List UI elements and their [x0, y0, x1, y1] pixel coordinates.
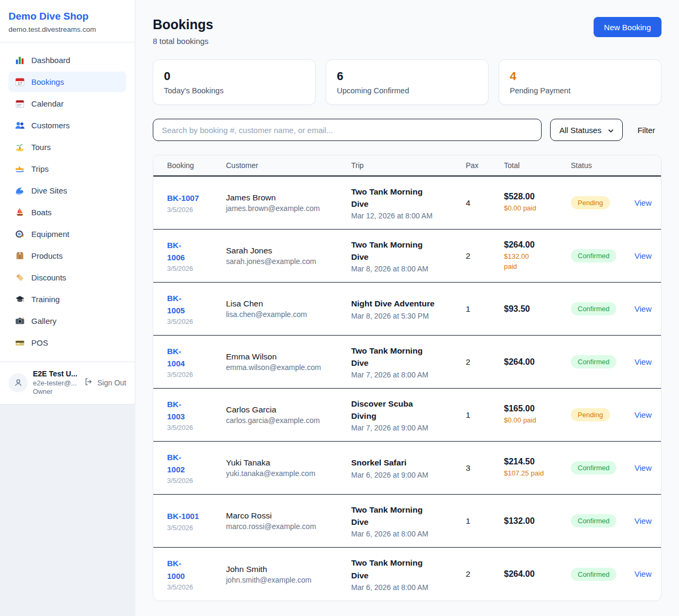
shop-name: Demo Dive Shop — [8, 11, 126, 22]
booking-number-link[interactable]: BK- 1004 — [167, 345, 185, 370]
table-row: BK- 1000 3/5/2026 John Smith john.smith@… — [153, 548, 661, 601]
page-header: Bookings 8 total bookings New Booking — [153, 17, 661, 46]
package-icon — [15, 251, 25, 261]
filter-button[interactable]: Filter — [631, 126, 661, 135]
booking-cell: BK- 1006 3/5/2026 — [167, 239, 226, 273]
view-link[interactable]: View — [634, 357, 651, 366]
sidebar-item-training[interactable]: Training — [8, 289, 126, 310]
customer-cell: Carlos Garcia carlos.garcia@example.com — [226, 405, 351, 425]
trip-name: Snorkel Safari — [351, 456, 439, 469]
calendar-icon — [15, 99, 25, 109]
sidebar-item-dashboard[interactable]: Dashboard — [8, 50, 126, 71]
trip-datetime: Mar 6, 2026 at 8:00 AM — [351, 530, 466, 538]
sidebar-item-label: Calendar — [31, 99, 64, 108]
logout-icon — [84, 377, 94, 388]
status-select[interactable]: All Statuses — [550, 119, 622, 141]
booking-date: 3/5/2026 — [167, 318, 226, 325]
sidebar-item-pos[interactable]: POS — [8, 332, 126, 353]
trip-datetime: Mar 6, 2026 at 9:00 AM — [351, 471, 466, 479]
actions-cell: View — [634, 357, 656, 367]
column-header-status: Status — [571, 161, 634, 170]
column-header-booking: Booking — [167, 161, 226, 170]
booking-number-link[interactable]: BK-1007 — [167, 192, 199, 204]
paid-amount: $0.00 paid — [504, 415, 571, 426]
status-select-value: All Statuses — [559, 126, 601, 135]
actions-cell: View — [634, 304, 656, 314]
status-badge: Confirmed — [571, 568, 616, 581]
new-booking-button[interactable]: New Booking — [594, 17, 661, 37]
view-link[interactable]: View — [634, 463, 651, 472]
customer-name: Marco Rossi — [226, 511, 351, 521]
view-link[interactable]: View — [634, 251, 651, 260]
booking-cell: BK- 1000 3/5/2026 — [167, 557, 226, 591]
total-cell: $528.00 $0.00 paid — [504, 192, 571, 214]
sidebar-item-label: POS — [31, 338, 48, 347]
booking-number-link[interactable]: BK- 1000 — [167, 557, 185, 582]
trip-name: Two Tank Morning Dive — [351, 345, 439, 369]
table-row: BK- 1003 3/5/2026 Carlos Garcia carlos.g… — [153, 389, 661, 442]
status-badge: Confirmed — [571, 514, 616, 527]
page-title: Bookings — [153, 17, 213, 32]
sign-out-button[interactable]: Sign Out — [84, 377, 126, 388]
sidebar-item-discounts[interactable]: Discounts — [8, 267, 126, 288]
svg-text:17: 17 — [18, 81, 22, 86]
sidebar-item-gallery[interactable]: Gallery — [8, 311, 126, 331]
booking-number-link[interactable]: BK-1001 — [167, 510, 199, 522]
booking-number-link[interactable]: BK- 1006 — [167, 239, 185, 264]
view-link[interactable]: View — [634, 569, 651, 578]
sidebar-item-boats[interactable]: Boats — [8, 202, 126, 223]
booking-number-link[interactable]: BK- 1003 — [167, 398, 185, 423]
trip-cell: Two Tank Morning Dive Mar 7, 2026 at 8:0… — [351, 345, 466, 380]
sidebar-item-products[interactable]: Products — [8, 245, 126, 266]
trip-cell: Night Dive Adventure Mar 8, 2026 at 5:30… — [351, 297, 466, 320]
sidebar-item-tours[interactable]: Tours — [8, 137, 126, 157]
booking-date: 3/5/2026 — [167, 265, 226, 272]
user-role: Owner — [33, 388, 79, 395]
user-info: E2E Test U... e2e-tester@... Owner — [33, 369, 79, 395]
chevron-down-icon — [608, 126, 614, 135]
sidebar-item-calendar[interactable]: Calendar — [8, 93, 126, 114]
status-badge: Pending — [571, 408, 610, 421]
bar-chart-icon — [15, 55, 25, 65]
search-row: All Statuses Filter — [153, 119, 661, 141]
customer-email: john.smith@example.com — [226, 576, 351, 584]
status-cell: Pending — [571, 196, 634, 209]
trip-cell: Two Tank Morning Dive Mar 6, 2026 at 8:0… — [351, 557, 466, 592]
sign-out-label: Sign Out — [98, 379, 126, 387]
view-link[interactable]: View — [634, 198, 651, 207]
total-amount: $93.50 — [504, 304, 571, 314]
customer-cell: Marco Rossi marco.rossi@example.com — [226, 511, 351, 531]
sidebar-item-customers[interactable]: Customers — [8, 115, 126, 136]
actions-cell: View — [634, 410, 656, 420]
trip-cell: Two Tank Morning Dive Mar 12, 2026 at 8:… — [351, 186, 466, 221]
search-input[interactable] — [153, 119, 542, 141]
booking-number-link[interactable]: BK- 1002 — [167, 451, 185, 476]
trip-cell: Two Tank Morning Dive Mar 8, 2026 at 8:0… — [351, 239, 466, 274]
table-row: BK-1007 3/5/2026 James Brown james.brown… — [153, 177, 661, 230]
customer-cell: Lisa Chen lisa.chen@example.com — [226, 299, 351, 319]
sidebar-item-equipment[interactable]: Equipment — [8, 224, 126, 244]
sidebar-item-label: Customers — [31, 121, 70, 130]
actions-cell: View — [634, 463, 656, 473]
sidebar-item-bookings[interactable]: 17Bookings — [8, 72, 126, 92]
tag-icon — [15, 272, 25, 283]
view-link[interactable]: View — [634, 516, 651, 525]
total-cell: $214.50 $107.25 paid — [504, 457, 571, 479]
status-cell: Pending — [571, 408, 634, 421]
trip-name: Two Tank Morning Dive — [351, 504, 439, 529]
booking-number-link[interactable]: BK- 1005 — [167, 292, 185, 317]
status-cell: Confirmed — [571, 355, 634, 368]
sailboat-icon — [15, 207, 25, 217]
view-link[interactable]: View — [634, 304, 651, 313]
stat-value: 6 — [337, 69, 477, 83]
trip-cell: Two Tank Morning Dive Mar 6, 2026 at 8:0… — [351, 504, 466, 539]
column-header-total: Total — [504, 161, 571, 170]
sidebar-item-dive-sites[interactable]: Dive Sites — [8, 180, 126, 201]
customer-email: emma.wilson@example.com — [226, 363, 351, 372]
view-link[interactable]: View — [634, 410, 651, 419]
pax-count: 1 — [466, 304, 504, 314]
sidebar-item-label: Bookings — [31, 77, 64, 86]
trip-datetime: Mar 8, 2026 at 5:30 PM — [351, 312, 466, 320]
main-content: Bookings 8 total bookings New Booking 0 … — [135, 0, 679, 616]
sidebar-item-trips[interactable]: Trips — [8, 159, 126, 179]
